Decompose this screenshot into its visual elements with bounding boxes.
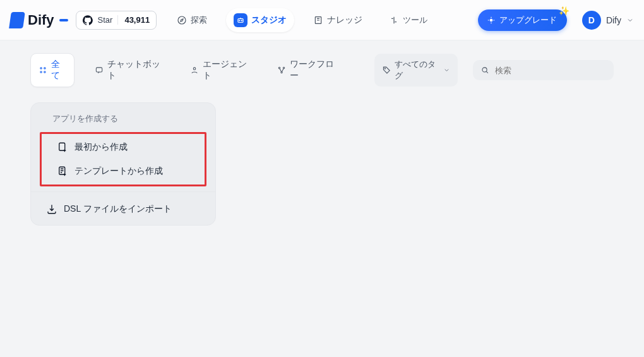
create-from-template[interactable]: テンプレートから作成 [42,159,205,183]
nav-explore-label: 探索 [191,16,207,25]
import-dsl[interactable]: DSL ファイルをインポート [31,196,215,225]
app-type-tabs: 全て チャットボット エージェント ワークフロー [30,53,344,87]
import-dsl-label: DSL ファイルをインポート [64,203,172,215]
create-from-template-label: テンプレートから作成 [75,166,163,177]
nav-studio[interactable]: スタジオ [226,8,294,32]
chat-icon [95,65,104,75]
create-from-blank[interactable]: 最初から作成 [42,135,205,159]
import-icon [46,203,57,215]
grid-icon [39,65,47,75]
svg-rect-17 [59,143,65,150]
nav-knowledge[interactable]: ナレッジ [306,9,370,31]
create-app-card: アプリを作成する 最初から作成 テンプレートから作成 DSL ファイルをインポー… [30,102,216,226]
content-area: アプリを作成する 最初から作成 テンプレートから作成 DSL ファイルをインポー… [0,87,644,241]
tag-filter[interactable]: すべてのタグ [374,54,458,87]
svg-point-11 [193,68,196,70]
svg-point-9 [44,71,45,73]
svg-point-12 [278,67,280,68]
tab-workflow[interactable]: ワークフロー [270,54,344,87]
logo-cursor-icon [59,19,68,21]
svg-point-2 [239,20,240,21]
tag-icon [382,65,391,75]
top-header: Dify Star 43,911 探索 スタジオ ナレッジ ツール アップグレー… [0,0,644,40]
svg-point-8 [40,71,42,73]
tab-agent-label: エージェント [203,59,249,82]
upgrade-label: アップグレード [499,15,557,26]
highlight-annotation: 最初から作成 テンプレートから作成 [40,132,206,186]
template-icon [57,166,68,177]
divider [31,191,215,192]
chevron-down-icon [626,16,634,24]
svg-point-6 [40,68,42,69]
brand-name: Dify [28,12,54,28]
svg-point-16 [482,68,487,72]
agent-icon [190,65,199,75]
tab-agent[interactable]: エージェント [182,54,257,87]
primary-nav: 探索 スタジオ ナレッジ ツール [169,8,435,32]
user-menu[interactable]: D Dify [582,11,634,30]
svg-point-7 [44,68,45,69]
github-star-button[interactable]: Star 43,911 [76,11,157,30]
svg-point-14 [281,71,282,73]
tag-filter-label: すべてのタグ [395,59,439,82]
tab-all-label: 全て [51,59,66,82]
nav-tools-label: ツール [403,16,427,25]
github-star-count: 43,911 [117,15,150,25]
filter-bar: 全て チャットボット エージェント ワークフロー すべてのタグ [0,40,644,87]
svg-point-13 [283,67,284,68]
svg-rect-10 [97,68,102,72]
search-icon [480,65,489,75]
tab-all[interactable]: 全て [30,53,75,87]
svg-point-0 [178,16,186,24]
chevron-down-icon [443,66,450,74]
user-name: Dify [606,15,621,25]
search-box[interactable] [473,60,614,80]
brand-logo[interactable]: Dify [10,12,68,28]
tab-workflow-label: ワークフロー [290,59,337,82]
nav-tools[interactable]: ツール [381,10,435,30]
new-file-icon [57,142,68,153]
upgrade-button[interactable]: アップグレード [478,9,567,31]
svg-point-3 [241,20,242,21]
robot-icon [234,13,247,27]
create-app-title: アプリを作成する [31,103,215,132]
github-icon [83,15,93,25]
tab-chatbot-label: チャットボット [107,59,162,82]
github-star-label: Star [98,15,113,25]
book-icon [313,15,323,25]
nav-explore[interactable]: 探索 [169,10,215,30]
workflow-icon [277,65,286,75]
nav-studio-label: スタジオ [251,15,287,26]
nav-knowledge-label: ナレッジ [327,15,362,26]
sparkle-icon [487,16,496,25]
avatar: D [582,11,601,30]
svg-point-5 [490,18,493,21]
compass-icon [177,15,187,25]
logo-mark-icon [9,12,25,28]
svg-point-15 [385,68,385,69]
tab-chatbot[interactable]: チャットボット [87,54,169,87]
tool-icon [389,15,399,25]
create-from-blank-label: 最初から作成 [75,142,128,153]
search-input[interactable] [495,66,606,75]
